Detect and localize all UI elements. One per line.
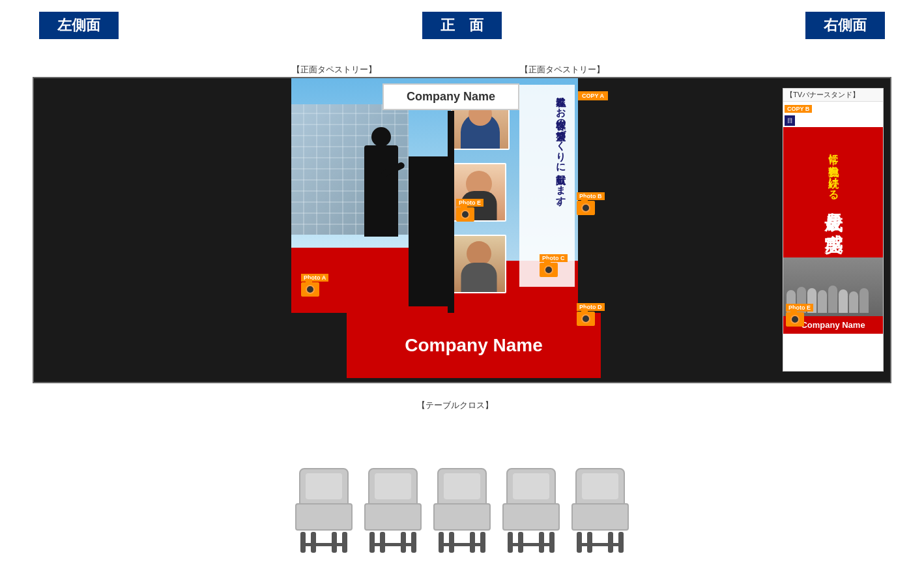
photo-b-badge: Photo B — [577, 192, 605, 215]
chair-seat-3 — [433, 503, 491, 531]
cam-b-top — [581, 198, 588, 201]
chair-back-cushion — [306, 473, 342, 499]
chair-3 — [433, 468, 491, 553]
chair-back-4 — [506, 468, 556, 506]
p8 — [859, 288, 869, 313]
chair-leg-ll — [300, 532, 306, 553]
left-side-label: 左側面 — [39, 12, 119, 39]
c3-leg-rl — [470, 532, 475, 553]
chair-back-cushion-4 — [513, 473, 549, 499]
c4-leg-rl — [539, 532, 544, 553]
chair-crossbar — [300, 543, 347, 546]
c3-leg-lr — [449, 532, 454, 553]
cam-lens — [790, 315, 800, 324]
silhouette-head — [371, 127, 391, 147]
c5-leg-ll — [577, 532, 582, 553]
camera-icon-e — [786, 312, 804, 327]
banner-line2: 成長を実感。 — [824, 199, 844, 238]
c5-leg-rl — [608, 532, 613, 553]
chair-seat-2 — [364, 503, 422, 531]
camera-icon-b — [577, 201, 595, 215]
c2-crossbar — [369, 543, 416, 546]
chair-4 — [502, 468, 560, 553]
p4 — [818, 290, 827, 313]
table-cross-label: 【テーブルクロス】 — [417, 400, 493, 411]
c5-crossbar — [577, 543, 624, 546]
photo-c-badge: Photo C — [540, 254, 568, 277]
cam-el-top — [461, 204, 467, 208]
chair-back-cushion-2 — [375, 473, 411, 499]
banner-red-section: 常に挑戦を続ける 成長を実感。 — [783, 127, 883, 257]
cam-a-lens — [306, 285, 315, 294]
stage-divider — [448, 111, 454, 313]
chair-2 — [364, 468, 422, 553]
chairs-row — [295, 468, 629, 553]
chair-1 — [295, 468, 353, 553]
photo-d-badge: Photo D — [577, 303, 605, 326]
chair-seat — [295, 503, 353, 531]
copy-a-label: COPY A — [578, 91, 608, 100]
photo-a-badge: Photo A — [301, 274, 328, 297]
c3-leg-ll — [439, 532, 444, 553]
face-photo-3 — [451, 235, 506, 293]
c2-leg-rr — [411, 532, 416, 553]
chair-seat-4 — [502, 503, 560, 531]
camera-icon-e-left — [456, 207, 474, 222]
cam-d-top — [581, 308, 588, 312]
c4-leg-ll — [508, 532, 513, 553]
photo-e-banner-badge: Photo E — [786, 304, 813, 327]
camera-icon-a — [301, 282, 319, 297]
tv-banner-stand: 【TVバナースタンド】 COPY B 目 常に挑戦を続ける 成長を実感。 — [783, 88, 884, 372]
silhouette — [356, 127, 405, 251]
cam-c-top — [544, 259, 551, 263]
cam-b-lens — [581, 203, 590, 212]
cam-el-lens — [461, 210, 470, 219]
c5-leg-rr — [618, 532, 624, 553]
c2-leg-rl — [401, 532, 406, 553]
p7 — [849, 291, 858, 313]
person-body-3 — [461, 263, 497, 292]
chair-back-5 — [575, 468, 625, 506]
p5 — [828, 286, 837, 313]
c4-leg-rr — [549, 532, 555, 553]
right-side-label: 右側面 — [805, 12, 885, 39]
booth-frame: Company Name 私達はお客様の繁盛づくりに貢献します。 Company… — [33, 77, 891, 383]
c2-leg-ll — [369, 532, 375, 553]
left-side-area — [34, 78, 291, 382]
c5-leg-lr — [587, 532, 592, 553]
cam-c-lens — [544, 265, 553, 274]
copy-b-badge: COPY B — [785, 105, 812, 113]
c4-crossbar — [508, 543, 555, 546]
banner-line1: 常に挑戦を続ける — [828, 147, 839, 194]
photo-e-left-badge: Photo E — [456, 199, 484, 222]
p6 — [839, 289, 848, 313]
chair-seat-5 — [571, 503, 629, 531]
silhouette-body — [364, 145, 398, 237]
chair-leg-rr — [342, 532, 347, 553]
backdrop-right: 私達はお客様の繁盛づくりに貢献します。 — [448, 78, 578, 313]
header-labels: 左側面 正 面 右側面 — [0, 0, 924, 39]
c3-leg-rr — [480, 532, 485, 553]
camera-icon-d — [577, 312, 595, 326]
c3-crossbar — [439, 543, 485, 546]
copy-a-badge: COPY A — [578, 91, 608, 100]
cam-d-lens — [581, 314, 590, 323]
cam-top — [790, 309, 797, 313]
banner-small-icon: 目 — [785, 115, 795, 126]
chair-back — [299, 468, 349, 506]
cam-a-top — [306, 279, 312, 283]
tv-banner-label: 【TVバナースタンド】 — [783, 89, 883, 102]
banner-japanese-text: 常に挑戦を続ける 成長を実感。 — [824, 147, 843, 238]
center-label: 正 面 — [422, 12, 502, 39]
chair-back-cushion-5 — [582, 473, 618, 499]
chair-back-3 — [437, 468, 487, 506]
tapestry-label-left: 【正面タペストリー】 — [292, 64, 377, 76]
c2-leg-lr — [380, 532, 385, 553]
tapestry-label-right: 【正面タペストリー】 — [520, 64, 605, 76]
company-name-table: Company Name — [405, 335, 543, 356]
stage-left — [409, 156, 448, 306]
camera-icon-c — [540, 263, 558, 277]
table-counter: Company Name — [347, 313, 601, 378]
chair-5 — [571, 468, 629, 553]
chair-back-cushion-3 — [444, 473, 480, 499]
